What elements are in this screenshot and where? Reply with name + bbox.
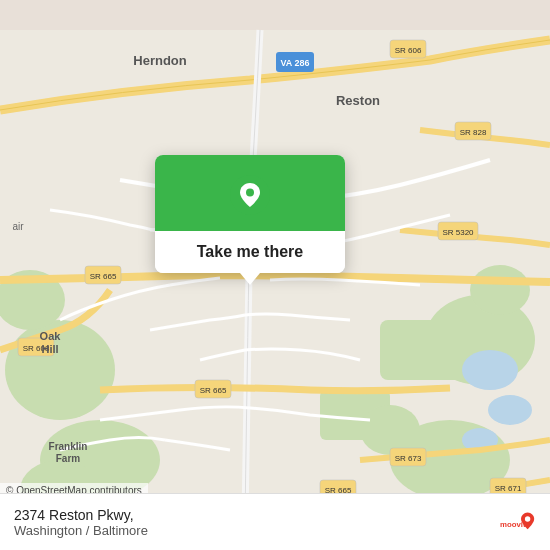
svg-text:SR 671: SR 671 — [495, 484, 522, 493]
map-container: VA 286 SR 606 SR 665 SR 665 SR 665 SR 60… — [0, 0, 550, 550]
svg-text:VA 286: VA 286 — [280, 58, 309, 68]
svg-text:SR 828: SR 828 — [460, 128, 487, 137]
svg-point-42 — [246, 189, 254, 197]
svg-text:Reston: Reston — [336, 93, 380, 108]
svg-text:SR 665: SR 665 — [200, 386, 227, 395]
city-line: Washington / Baltimore — [14, 523, 148, 538]
svg-point-43 — [525, 516, 530, 521]
svg-point-11 — [462, 350, 518, 390]
popup-card: Take me there — [155, 155, 345, 273]
svg-text:Farm: Farm — [56, 453, 81, 464]
svg-point-12 — [488, 395, 532, 425]
location-pin-icon — [228, 173, 272, 217]
take-me-there-button[interactable]: Take me there — [155, 231, 345, 273]
address-line: 2374 Reston Pkwy, — [14, 507, 148, 523]
popup-header — [155, 155, 345, 231]
moovit-icon: moovit — [500, 504, 536, 540]
map-svg: VA 286 SR 606 SR 665 SR 665 SR 665 SR 60… — [0, 0, 550, 550]
address-container: 2374 Reston Pkwy, Washington / Baltimore — [14, 507, 148, 538]
svg-text:SR 606: SR 606 — [395, 46, 422, 55]
svg-text:SR 5320: SR 5320 — [442, 228, 474, 237]
svg-text:Franklin: Franklin — [49, 441, 88, 452]
svg-text:SR 673: SR 673 — [395, 454, 422, 463]
svg-point-2 — [470, 265, 530, 315]
svg-point-10 — [360, 405, 420, 455]
svg-text:Hill: Hill — [41, 343, 58, 355]
svg-rect-3 — [380, 320, 470, 380]
svg-text:Herndon: Herndon — [133, 53, 187, 68]
svg-text:moovit: moovit — [500, 520, 526, 529]
bottom-bar: 2374 Reston Pkwy, Washington / Baltimore… — [0, 493, 550, 550]
svg-text:air: air — [12, 221, 24, 232]
svg-text:Oak: Oak — [40, 330, 62, 342]
moovit-logo: moovit — [500, 504, 536, 540]
svg-text:SR 665: SR 665 — [90, 272, 117, 281]
